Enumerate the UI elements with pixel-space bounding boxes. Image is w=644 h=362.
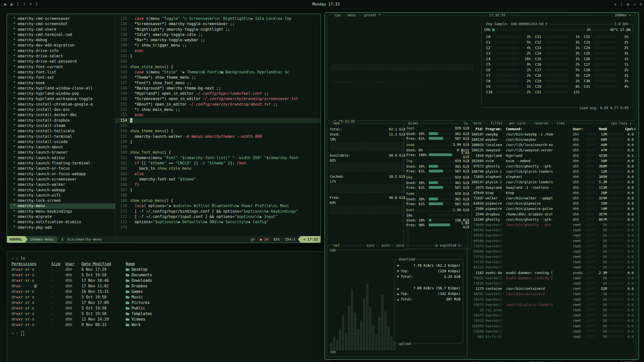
process-row[interactable]: 74869kworker//usr/bin/ghostty --gtk-root…	[470, 222, 634, 227]
network-arrows-icon[interactable]: ⇅	[614, 2, 617, 7]
process-row[interactable]: 1916HyprlandHyprlanddhh423M0.1	[470, 153, 634, 158]
file-item[interactable]: *omarchy-dev-add-migration	[10, 43, 115, 48]
process-row[interactable]: 76313kworker/root0B0.0	[470, 318, 634, 323]
code-line[interactable]: 152 *) show_main_menu ;;	[115, 107, 320, 112]
process-row[interactable]: 76575kworker/root0B0.0	[470, 297, 634, 302]
file-item[interactable]: *omarchy-menu-keybindings	[10, 209, 115, 214]
wifi-icon[interactable]: ≋	[639, 2, 642, 7]
process-row[interactable]: 2506pipewire/usr/bin/pipewire-pulsedhh14…	[470, 206, 634, 211]
proc-col-header[interactable]: Cpu%↑	[625, 127, 634, 131]
net-sync-button[interactable]: sync	[365, 243, 376, 247]
code-line[interactable]: 139 *Bar*) omarchy-toggle-waybar ;;	[115, 37, 320, 43]
process-row[interactable]: 108107swaybg/usr/bin/swaybg -i /homdhh12…	[470, 131, 634, 137]
code-line[interactable]: 135 case $(menu "Toggle" "▢ Screensaver\…	[115, 16, 320, 21]
workspace-grid-icon[interactable]: ▦	[10, 2, 13, 7]
process-row[interactable]: 73793kworker/root0B0.0	[470, 254, 634, 259]
process-row[interactable]: 102684nvimnvim --embed .dhh56M0.0	[470, 158, 634, 163]
file-item[interactable]: *omarchy-pkg-add	[10, 225, 115, 230]
proc-col-header[interactable]	[586, 128, 595, 130]
net-tab[interactable]: ³net	[330, 243, 341, 247]
proc-col-header[interactable]: MemB	[596, 127, 607, 131]
process-row[interactable]: 68402kworker//usr/bin/containerdroot0B0.…	[470, 291, 634, 297]
net-auto-button[interactable]: auto	[380, 243, 391, 247]
file-item[interactable]: *omarchy-install-dropbox	[10, 118, 115, 123]
cpu-tab[interactable]: ¹cpu	[331, 13, 342, 17]
file-item[interactable]: *omarchy-drive-info	[10, 48, 115, 54]
file-item[interactable]: *omarchy-hook	[10, 80, 115, 86]
file-item[interactable]: *omarchy-launch-screensaver	[10, 177, 115, 182]
file-item[interactable]: *omarchy-cmd-share	[10, 27, 115, 32]
file-item[interactable]: *omarchy-hyprland-window-close-all	[10, 86, 115, 91]
code-line[interactable]: 172 [ -f ~/.config/hypr/input.conf ] && …	[115, 214, 320, 219]
code-line[interactable]: 156show_theme_menu() {	[115, 128, 320, 134]
file-item[interactable]: *omarchy-cmd-screensaver	[10, 16, 115, 21]
proc-sort-selector[interactable]: cpu lazy ↕	[610, 121, 633, 125]
process-row[interactable]: 63816pipewire/usr/bin/pipewiredhh25M0.0	[470, 201, 634, 206]
file-item[interactable]: *omarchy-launch-editor	[10, 155, 115, 161]
process-row[interactable]: 94540kworker/root0B0.0	[470, 228, 634, 233]
code-line[interactable]: 161 theme=$(menu "Font" "$(omarchy-font-…	[115, 155, 320, 161]
code-line[interactable]: 141 esac	[115, 48, 320, 54]
process-row[interactable]: 108033localsea/usr/lib/localsearch-exdhh…	[470, 142, 634, 148]
preset-button[interactable]: preset *	[363, 13, 382, 17]
code-line[interactable]: 138 *Idle*) omarchy-toggle-idle ;;	[115, 32, 320, 37]
interval-plus-button[interactable]: +	[629, 13, 631, 17]
process-row[interactable]: 1275containe/usr/bin/containerdroot52M0.…	[470, 286, 634, 291]
code-line[interactable]: 164 else	[115, 171, 320, 177]
terminal-cursor[interactable]	[21, 331, 24, 336]
code-line[interactable]: 145 case $(menu "Style" "◆ Theme\nA Font…	[115, 70, 320, 75]
code-line[interactable]: 151 *About*) open_in_editor ~/.config/om…	[115, 102, 320, 107]
process-row[interactable]: 72073kworker/root0B0.0	[470, 243, 634, 249]
process-row[interactable]: 71837walker/usr/bin/walker --gappldhh324…	[470, 195, 634, 201]
code-line[interactable]: 149 *Hyprland*) open_in_editor ~/.config…	[115, 91, 320, 96]
process-row[interactable]: 74733kworker/root0B0.0	[470, 259, 634, 265]
code-line[interactable]: 169show_setup_menu() {	[115, 198, 320, 203]
code-line[interactable]: 165 omarchy-font-set "$theme"	[115, 177, 320, 182]
code-line[interactable]: 168	[115, 193, 320, 198]
file-item[interactable]: *omarchy-font-current	[10, 64, 115, 70]
code-line[interactable]: 147 *Font*) show_font_menu ;;	[115, 80, 320, 86]
code-line[interactable]: 154}	[115, 118, 320, 123]
code-line[interactable]: 174	[115, 225, 320, 230]
proc-percore-button[interactable]: per-core	[508, 121, 527, 125]
net-zero-button[interactable]: zero	[395, 243, 406, 247]
proc-tab[interactable]: ⁴proc	[471, 121, 484, 125]
process-row[interactable]: 108125swayosd-/usr/lib/swayosd-serverdhh…	[470, 148, 634, 153]
file-item[interactable]: *omarchy-lock-screen	[10, 198, 115, 203]
proc-col-header[interactable]: Program:	[486, 127, 504, 131]
menu-button[interactable]: menu	[346, 13, 357, 17]
file-item[interactable]: *omarchy-install-terminal	[10, 134, 115, 139]
proc-reverse-button[interactable]: reverse	[533, 121, 549, 125]
proc-filter-button[interactable]: filter	[489, 121, 504, 125]
workspace-2[interactable]: 2	[17, 2, 19, 7]
process-row[interactable]: 803btrfs-trroot0B0.0	[470, 334, 634, 339]
code-line[interactable]: 160show_font_menu() {	[115, 150, 320, 155]
process-row[interactable]: 68586kworker/root0B0.0	[470, 238, 634, 243]
file-item[interactable]: *omarchy-hyprland-workspace-toggle	[10, 96, 115, 102]
code-line[interactable]: 153 esac	[115, 112, 320, 118]
file-item[interactable]: *omarchy-launch-or-focus	[10, 166, 115, 171]
code-line[interactable]: 170 local options="◆ Audio\n≈ Wifi\nᛒ Bl…	[115, 203, 320, 209]
file-item[interactable]: *omarchy-launch-wifi	[10, 193, 115, 198]
code-pane[interactable]: 135 case $(menu "Toggle" "▢ Screensaver\…	[115, 14, 320, 236]
signals-action[interactable]: ssignals	[545, 361, 563, 362]
file-item[interactable]: *omarchy-install-steam	[10, 123, 115, 128]
disks-tab[interactable]: disks	[407, 121, 420, 125]
code-line[interactable]: 146 *Theme*) show_theme_menu ;;	[115, 75, 320, 80]
process-row[interactable]: 2075XwaylandXwayland :1 -rootless -dhh11…	[470, 185, 634, 190]
code-line[interactable]: 166 fi	[115, 182, 320, 187]
code-line[interactable]: 162 if [[ "$theme" == "CNCLD" || -z "$th…	[115, 161, 320, 166]
file-item[interactable]: *omarchy-launch-walker	[10, 182, 115, 187]
process-row[interactable]: 87573ghostty/usr/bin/ghostty --gtk-dhh36…	[470, 163, 634, 169]
terminate-action[interactable]: ×terminate	[506, 361, 527, 362]
proc-col-header[interactable]: Command:	[506, 127, 571, 131]
file-item[interactable]: *omarchy-install-docker-dbs	[10, 112, 115, 118]
process-row[interactable]: 16rcu_preeroot0B0.0	[470, 307, 634, 312]
bluetooth-icon[interactable]: ᛒ	[621, 2, 623, 7]
file-item[interactable]: *omarchy-font-set	[10, 75, 115, 80]
file-item[interactable]: *omarchy-cmd-terminal-cwd	[10, 32, 115, 37]
file-item[interactable]: *omarchy-install-chromium-google-a	[10, 102, 115, 107]
process-row[interactable]: 79032kworker/avahi-daemon: running [root…	[470, 275, 634, 281]
process-row[interactable]: 72088kworker/root0B0.0	[470, 329, 634, 334]
proc-col-header[interactable]: Pid:	[470, 127, 484, 131]
